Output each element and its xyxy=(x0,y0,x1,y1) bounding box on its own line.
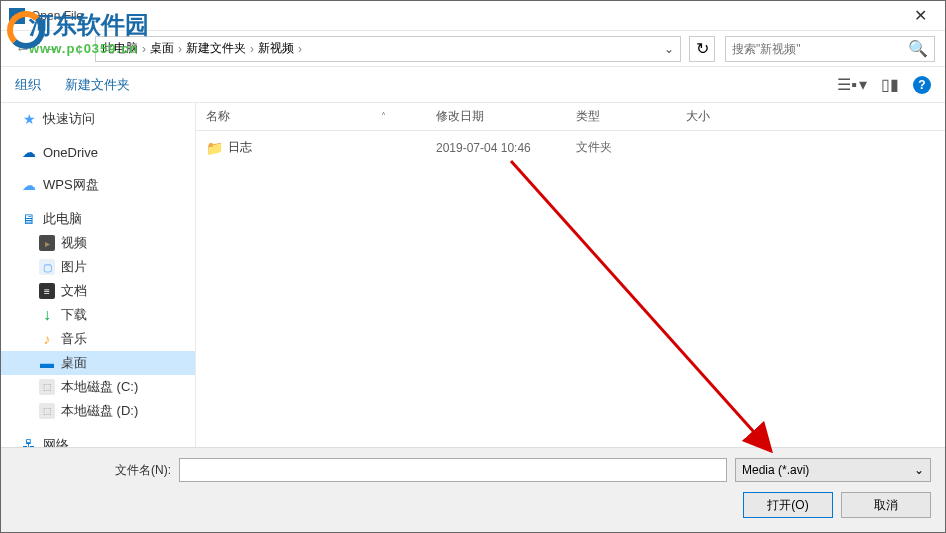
breadcrumb-item[interactable]: 此电脑 xyxy=(102,40,138,57)
net-icon: 🖧 xyxy=(21,437,37,447)
sidebar-item-label: 此电脑 xyxy=(43,210,82,228)
breadcrumb-item[interactable]: 桌面 xyxy=(150,40,174,57)
search-icon[interactable]: 🔍 xyxy=(908,39,928,58)
sort-arrow-icon: ˄ xyxy=(381,111,386,122)
filename-input[interactable] xyxy=(179,458,727,482)
search-input[interactable] xyxy=(732,42,908,56)
sidebar-item-net[interactable]: 🖧网络 xyxy=(1,433,195,447)
onedrive-icon: ☁ xyxy=(21,144,37,160)
close-icon[interactable]: ✕ xyxy=(904,6,937,25)
file-name: 日志 xyxy=(228,139,252,156)
sidebar-item-video[interactable]: ▸视频 xyxy=(1,231,195,255)
file-type-filter[interactable]: Media (*.avi) ⌄ xyxy=(735,458,931,482)
refresh-button[interactable]: ↻ xyxy=(689,36,715,62)
sidebar-item-pc[interactable]: 🖥此电脑 xyxy=(1,207,195,231)
up-button[interactable]: ↑ xyxy=(67,37,91,61)
file-list: 📁日志2019-07-04 10:46文件夹 xyxy=(196,131,945,447)
preview-pane-button[interactable]: ▯▮ xyxy=(881,75,899,94)
sidebar-item-label: 桌面 xyxy=(61,354,87,372)
organize-button[interactable]: 组织 xyxy=(15,76,41,94)
sidebar-item-diskc[interactable]: ⬚本地磁盘 (C:) xyxy=(1,375,195,399)
video-icon: ▸ xyxy=(39,235,55,251)
doc-icon: ≡ xyxy=(39,283,55,299)
open-button[interactable]: 打开(O) xyxy=(743,492,833,518)
sidebar-item-label: 网络 xyxy=(43,436,69,447)
sidebar-item-label: 快速访问 xyxy=(43,110,95,128)
sidebar-item-onedrive[interactable]: ☁OneDrive xyxy=(1,141,195,163)
titlebar: Open File ✕ xyxy=(1,1,945,31)
music-icon: ♪ xyxy=(39,331,55,347)
footer: 文件名(N): Media (*.avi) ⌄ 打开(O) 取消 xyxy=(1,447,945,532)
content-area: 名称˄ 修改日期 类型 大小 📁日志2019-07-04 10:46文件夹 xyxy=(196,103,945,447)
sidebar-item-label: 本地磁盘 (C:) xyxy=(61,378,138,396)
wps-icon: ☁ xyxy=(21,177,37,193)
pic-icon: ▢ xyxy=(39,259,55,275)
preview-icon: ▯▮ xyxy=(881,75,899,94)
sidebar-item-wps[interactable]: ☁WPS网盘 xyxy=(1,173,195,197)
forward-button[interactable]: → xyxy=(39,37,63,61)
breadcrumb[interactable]: 此电脑› 桌面› 新建文件夹› 新视频› ⌄ xyxy=(95,36,681,62)
sidebar-item-label: 文档 xyxy=(61,282,87,300)
toolbar: 组织 新建文件夹 ☰▪▾ ▯▮ ? xyxy=(1,67,945,103)
sidebar-item-music[interactable]: ♪音乐 xyxy=(1,327,195,351)
quick-icon: ★ xyxy=(21,111,37,127)
breadcrumb-item[interactable]: 新视频 xyxy=(258,40,294,57)
column-name[interactable]: 名称˄ xyxy=(196,108,426,125)
file-type: 文件夹 xyxy=(566,139,676,156)
navbar: ← → ↑ 此电脑› 桌面› 新建文件夹› 新视频› ⌄ ↻ 🔍 xyxy=(1,31,945,67)
column-size[interactable]: 大小 xyxy=(676,108,776,125)
sidebar-item-label: 视频 xyxy=(61,234,87,252)
cancel-button[interactable]: 取消 xyxy=(841,492,931,518)
sidebar-item-down[interactable]: ↓下载 xyxy=(1,303,195,327)
pc-icon: 🖥 xyxy=(21,211,37,227)
chevron-down-icon[interactable]: ⌄ xyxy=(664,42,674,56)
sidebar-item-label: 本地磁盘 (D:) xyxy=(61,402,138,420)
search-box[interactable]: 🔍 xyxy=(725,36,935,62)
column-headers: 名称˄ 修改日期 类型 大小 xyxy=(196,103,945,131)
list-icon: ☰▪ xyxy=(837,75,857,94)
sidebar-item-label: WPS网盘 xyxy=(43,176,99,194)
dialog-body: ★快速访问☁OneDrive☁WPS网盘🖥此电脑▸视频▢图片≡文档↓下载♪音乐▬… xyxy=(1,103,945,447)
app-icon xyxy=(9,8,25,24)
diskc-icon: ⬚ xyxy=(39,379,55,395)
column-type[interactable]: 类型 xyxy=(566,108,676,125)
filename-label: 文件名(N): xyxy=(15,462,171,479)
new-folder-button[interactable]: 新建文件夹 xyxy=(65,76,130,94)
sidebar-item-label: 图片 xyxy=(61,258,87,276)
down-icon: ↓ xyxy=(39,307,55,323)
help-icon[interactable]: ? xyxy=(913,76,931,94)
column-date[interactable]: 修改日期 xyxy=(426,108,566,125)
folder-icon: 📁 xyxy=(206,140,222,156)
file-row[interactable]: 📁日志2019-07-04 10:46文件夹 xyxy=(196,135,945,160)
file-date: 2019-07-04 10:46 xyxy=(426,141,566,155)
view-mode-button[interactable]: ☰▪▾ xyxy=(837,75,867,94)
sidebar-item-diskd[interactable]: ⬚本地磁盘 (D:) xyxy=(1,399,195,423)
sidebar-item-label: 音乐 xyxy=(61,330,87,348)
sidebar-item-label: 下载 xyxy=(61,306,87,324)
sidebar-item-pic[interactable]: ▢图片 xyxy=(1,255,195,279)
back-button[interactable]: ← xyxy=(11,37,35,61)
sidebar-item-quick[interactable]: ★快速访问 xyxy=(1,107,195,131)
chevron-down-icon: ⌄ xyxy=(914,463,924,477)
sidebar-item-desktop[interactable]: ▬桌面 xyxy=(1,351,195,375)
sidebar-item-doc[interactable]: ≡文档 xyxy=(1,279,195,303)
open-file-dialog: Open File ✕ ← → ↑ 此电脑› 桌面› 新建文件夹› 新视频› ⌄… xyxy=(0,0,946,533)
chevron-down-icon: ▾ xyxy=(859,75,867,94)
desktop-icon: ▬ xyxy=(39,355,55,371)
breadcrumb-item[interactable]: 新建文件夹 xyxy=(186,40,246,57)
sidebar: ★快速访问☁OneDrive☁WPS网盘🖥此电脑▸视频▢图片≡文档↓下载♪音乐▬… xyxy=(1,103,196,447)
titlebar-text: Open File xyxy=(31,9,904,23)
sidebar-item-label: OneDrive xyxy=(43,145,98,160)
diskd-icon: ⬚ xyxy=(39,403,55,419)
